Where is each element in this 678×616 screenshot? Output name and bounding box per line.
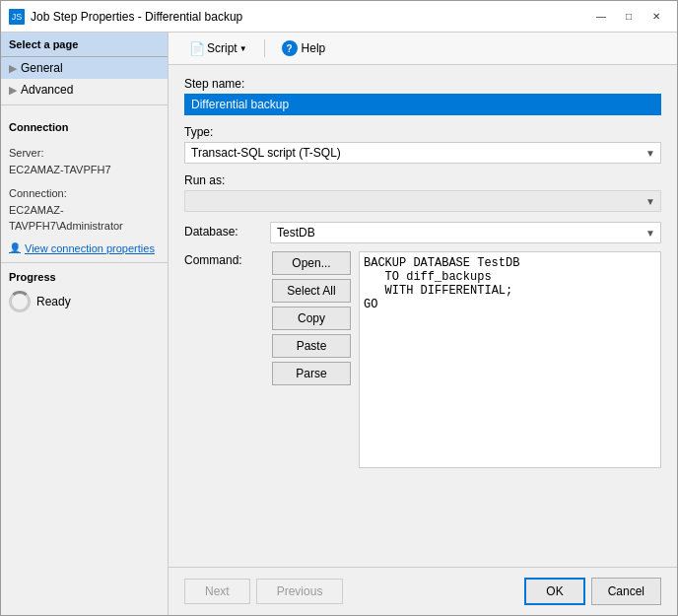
database-select[interactable]: TestDB: [270, 222, 661, 243]
title-bar: JS Job Step Properties - Differential ba…: [1, 1, 677, 33]
command-section: Command: Open... Select All Copy Paste P…: [184, 251, 661, 471]
step-name-row: Step name:: [184, 77, 661, 115]
help-icon: ?: [282, 40, 298, 56]
script-label: Script: [207, 41, 237, 55]
minimize-button[interactable]: —: [588, 7, 614, 27]
server-label: Server:: [9, 145, 160, 162]
link-icon: 👤: [9, 242, 21, 253]
help-label: Help: [302, 41, 326, 55]
progress-spinner: [9, 291, 31, 312]
form-area: Step name: Type: Transact-SQL script (T-…: [169, 65, 677, 567]
script-icon: 📄: [189, 41, 205, 56]
progress-area: Ready: [1, 287, 168, 316]
sidebar-header: Select a page: [1, 33, 168, 57]
sidebar-item-general-label: General: [21, 61, 63, 75]
cancel-button[interactable]: Cancel: [591, 578, 661, 605]
footer-left: Next Previous: [184, 579, 343, 604]
sidebar-item-general[interactable]: ▶ General: [1, 57, 168, 79]
type-label: Type:: [184, 125, 661, 139]
main-content: 📄 Script ▼ ? Help Step name:: [169, 33, 677, 615]
connection-label: Connection:: [9, 185, 160, 202]
database-row: Database: TestDB ▼: [184, 222, 661, 243]
step-name-label: Step name:: [184, 77, 661, 91]
open-button[interactable]: Open...: [272, 251, 351, 275]
run-as-select-wrapper: ▼: [184, 190, 661, 212]
sidebar-divider-2: [1, 262, 168, 263]
paste-button[interactable]: Paste: [272, 334, 351, 358]
restore-button[interactable]: □: [616, 7, 642, 27]
copy-button[interactable]: Copy: [272, 307, 351, 330]
command-textarea[interactable]: BACKUP DATABASE TestDB TO diff_backups W…: [359, 251, 661, 468]
close-button[interactable]: ✕: [644, 7, 669, 27]
general-icon: ▶: [9, 62, 17, 75]
previous-button[interactable]: Previous: [256, 579, 344, 604]
script-button[interactable]: 📄 Script ▼: [180, 37, 256, 60]
select-all-button[interactable]: Select All: [272, 279, 351, 303]
server-info: Server: EC2AMAZ-TAVPFH7: [1, 141, 168, 181]
main-window: JS Job Step Properties - Differential ba…: [0, 0, 678, 616]
run-as-row: Run as: ▼: [184, 173, 661, 212]
sidebar: Select a page ▶ General ▶ Advanced Conne…: [1, 33, 169, 615]
command-label: Command:: [184, 253, 242, 267]
command-buttons-area: Open... Select All Copy Paste Parse: [272, 251, 351, 471]
command-label-area: Command:: [184, 251, 268, 471]
parse-button[interactable]: Parse: [272, 362, 351, 385]
footer-buttons: Next Previous OK Cancel: [169, 567, 677, 615]
toolbar-separator: [264, 39, 265, 57]
script-dropdown-arrow: ▼: [239, 44, 247, 53]
ok-button[interactable]: OK: [524, 578, 584, 605]
progress-section: Progress: [1, 267, 168, 287]
window-icon: JS: [9, 9, 25, 25]
progress-status: Ready: [36, 295, 71, 308]
advanced-icon: ▶: [9, 84, 17, 97]
window-title: Job Step Properties - Differential backu…: [31, 10, 582, 24]
connection-info: Connection: EC2AMAZ-TAVPFH7\Administrato…: [1, 181, 168, 239]
next-button[interactable]: Next: [184, 579, 250, 604]
command-textarea-wrapper: BACKUP DATABASE TestDB TO diff_backups W…: [359, 251, 661, 471]
database-label: Database:: [184, 225, 238, 239]
step-name-input[interactable]: [184, 94, 661, 115]
sidebar-divider-1: [1, 104, 168, 105]
view-connection-link[interactable]: 👤 View connection properties: [1, 239, 168, 258]
connection-value: EC2AMAZ-TAVPFH7\Administrator: [9, 202, 160, 235]
toolbar: 📄 Script ▼ ? Help: [169, 33, 677, 65]
help-button[interactable]: ? Help: [273, 36, 335, 60]
view-link-text: View connection properties: [25, 242, 155, 254]
content-area: Select a page ▶ General ▶ Advanced Conne…: [1, 33, 677, 615]
progress-header: Progress: [9, 271, 56, 283]
sidebar-item-advanced-label: Advanced: [21, 83, 73, 97]
type-select-wrapper: Transact-SQL script (T-SQL) ▼: [184, 142, 661, 164]
run-as-label: Run as:: [184, 173, 661, 187]
run-as-select[interactable]: [184, 190, 661, 212]
connection-header: Connection: [1, 113, 168, 141]
window-controls: — □ ✕: [588, 7, 669, 27]
database-select-wrapper: TestDB ▼: [270, 222, 661, 243]
footer-right: OK Cancel: [524, 578, 661, 605]
type-select[interactable]: Transact-SQL script (T-SQL): [184, 142, 661, 164]
connection-section: Connection Server: EC2AMAZ-TAVPFH7 Conne…: [1, 113, 168, 258]
sidebar-item-advanced[interactable]: ▶ Advanced: [1, 79, 168, 101]
type-row: Type: Transact-SQL script (T-SQL) ▼: [184, 125, 661, 164]
server-value: EC2AMAZ-TAVPFH7: [9, 162, 160, 178]
